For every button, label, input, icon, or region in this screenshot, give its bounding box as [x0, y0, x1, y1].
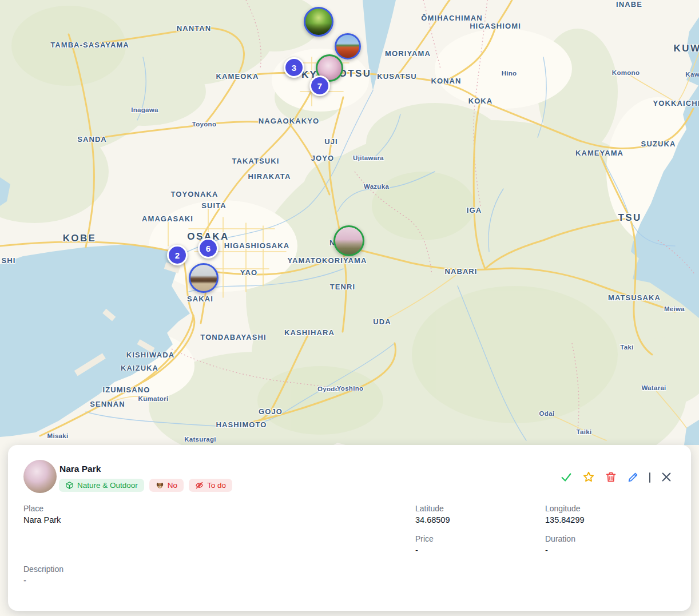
cluster-marker-7[interactable]: 7	[309, 75, 330, 96]
tag-label: To do	[207, 481, 226, 490]
close-icon	[660, 471, 673, 485]
cluster-marker-3[interactable]: 3	[284, 57, 304, 78]
latitude-field-label: Latitude	[415, 504, 444, 513]
tag-list: Nature & OutdoorNoTo do	[59, 479, 232, 492]
cluster-marker-2[interactable]: 2	[167, 245, 188, 265]
duration-field-label: Duration	[545, 534, 575, 543]
place-title: Nara Park	[59, 464, 101, 474]
description-field-value: -	[23, 576, 26, 585]
photo-marker-heian-shrine[interactable]	[335, 33, 361, 59]
tag-to-do: To do	[189, 479, 232, 492]
star-icon	[582, 471, 595, 485]
photo-marker-osaka-temple[interactable]	[189, 263, 219, 293]
longitude-field-value: 135.84299	[545, 515, 585, 524]
photo-marker-nara-park[interactable]	[333, 225, 364, 256]
duration-field-value: -	[545, 546, 548, 555]
toolbar-divider	[649, 472, 650, 483]
close-button[interactable]	[660, 471, 673, 484]
place-field-label: Place	[23, 504, 43, 513]
latitude-field-value: 34.68509	[415, 515, 450, 524]
place-detail-panel: Nara Park Nature & OutdoorNoTo do	[8, 445, 691, 611]
tag-no: No	[149, 479, 184, 492]
dog-icon	[156, 481, 164, 490]
cube-icon	[65, 481, 74, 490]
price-field-value: -	[415, 546, 418, 555]
edit-button[interactable]	[627, 471, 640, 484]
tag-label: Nature & Outdoor	[77, 481, 138, 490]
delete-button[interactable]	[605, 471, 617, 484]
mark-visited-button[interactable]	[560, 471, 573, 484]
check-icon	[560, 471, 573, 485]
photo-marker-kibune-forest[interactable]	[304, 7, 333, 37]
price-field-label: Price	[415, 534, 434, 543]
trash-icon	[605, 471, 617, 485]
eye-off-icon	[195, 481, 204, 490]
tag-nature-outdoor: Nature & Outdoor	[59, 479, 144, 492]
pencil-icon	[627, 471, 640, 485]
place-avatar	[23, 460, 57, 493]
tag-label: No	[168, 481, 177, 490]
favorite-button[interactable]	[582, 471, 595, 484]
description-field-label: Description	[23, 565, 63, 574]
longitude-field-label: Longitude	[545, 504, 581, 513]
place-field-value: Nara Park	[23, 515, 61, 524]
action-toolbar	[560, 471, 673, 484]
cluster-marker-6[interactable]: 6	[198, 238, 219, 259]
trip-planner-app: TAMBA-SASAYAMANANTANKAMEOKASANDAInagawaT…	[0, 0, 699, 616]
